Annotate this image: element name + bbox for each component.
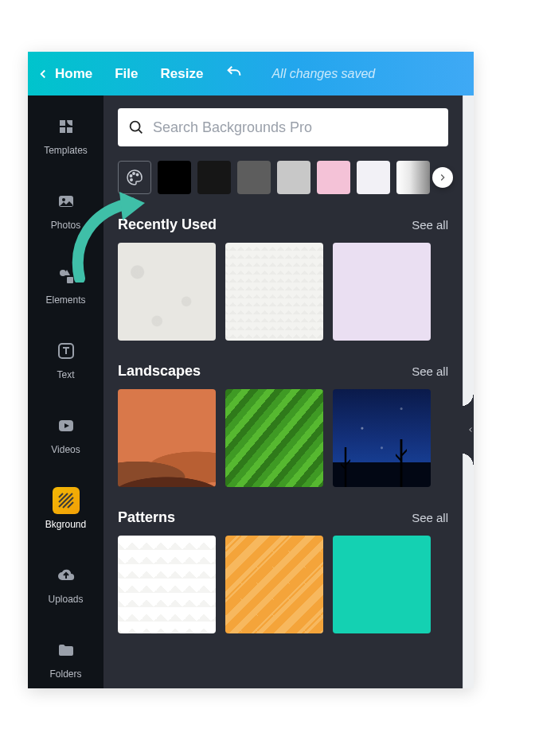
sidenav-label: Uploads bbox=[48, 594, 83, 605]
videos-icon bbox=[53, 412, 80, 439]
bg-thumb-orange-chevron[interactable] bbox=[225, 536, 323, 633]
bg-thumb-lavender-solid[interactable] bbox=[333, 243, 431, 341]
bg-thumb-paper-linen[interactable] bbox=[225, 243, 323, 341]
sidenav-label: Templates bbox=[44, 145, 88, 156]
section-landscapes: Landscapes See all bbox=[118, 363, 448, 487]
sidenav-item-elements[interactable]: Elements bbox=[38, 259, 94, 310]
bg-thumb-paper-crumpled[interactable] bbox=[118, 243, 216, 341]
text-icon bbox=[53, 337, 80, 364]
app-body: Templates Photos Elements Text bbox=[28, 95, 474, 688]
section-title: Recently Used bbox=[118, 216, 217, 233]
palette-icon bbox=[125, 168, 144, 187]
swatch-near-black[interactable] bbox=[197, 161, 231, 194]
side-nav: Templates Photos Elements Text bbox=[28, 95, 103, 688]
swatch-pink[interactable] bbox=[317, 161, 350, 194]
background-icon bbox=[53, 487, 80, 514]
svg-point-12 bbox=[131, 179, 132, 181]
resize-menu[interactable]: Resize bbox=[161, 66, 204, 82]
sidenav-item-videos[interactable]: Videos bbox=[38, 409, 94, 460]
panel-collapse-handle[interactable] bbox=[462, 406, 474, 454]
home-label: Home bbox=[55, 66, 92, 82]
undo-button[interactable] bbox=[225, 64, 243, 84]
bg-thumb-desert-dunes[interactable] bbox=[118, 389, 216, 487]
section-recently-used: Recently Used See all bbox=[118, 216, 448, 341]
search-input[interactable] bbox=[153, 119, 439, 136]
svg-point-7 bbox=[131, 122, 140, 131]
sidenav-label: Bkground bbox=[45, 519, 86, 530]
see-all-link[interactable]: See all bbox=[412, 511, 448, 524]
folders-icon bbox=[53, 637, 80, 664]
save-status: All changes saved bbox=[271, 67, 375, 81]
swatch-silver[interactable] bbox=[277, 161, 310, 194]
swatch-offwhite[interactable] bbox=[357, 161, 390, 194]
bg-thumb-green-hills[interactable] bbox=[225, 389, 323, 487]
home-button[interactable]: Home bbox=[36, 66, 92, 82]
backgrounds-panel: Recently Used See all Landscapes See all bbox=[103, 95, 463, 688]
sidenav-item-photos[interactable]: Photos bbox=[38, 185, 94, 236]
bg-thumb-white-diamond[interactable] bbox=[118, 536, 216, 633]
sidenav-item-bkground[interactable]: Bkground bbox=[38, 484, 94, 535]
sidenav-label: Text bbox=[57, 369, 74, 380]
swatch-gray[interactable] bbox=[237, 161, 271, 194]
sidenav-label: Photos bbox=[51, 220, 80, 231]
section-title: Patterns bbox=[118, 509, 175, 526]
see-all-link[interactable]: See all bbox=[412, 218, 448, 232]
sidenav-label: Folders bbox=[49, 668, 81, 680]
swatch-scroll-right[interactable] bbox=[432, 167, 453, 188]
svg-line-8 bbox=[139, 130, 142, 133]
svg-point-9 bbox=[130, 175, 131, 177]
sidenav-item-uploads[interactable]: Uploads bbox=[38, 559, 94, 610]
sidenav-label: Videos bbox=[51, 444, 80, 455]
app-window: Home File Resize All changes saved Templ… bbox=[28, 52, 474, 688]
color-palette-button[interactable] bbox=[118, 161, 151, 194]
photos-icon bbox=[53, 188, 80, 215]
svg-point-1 bbox=[62, 198, 65, 201]
elements-icon bbox=[53, 263, 80, 290]
svg-point-10 bbox=[133, 173, 135, 174]
see-all-link[interactable]: See all bbox=[412, 364, 448, 378]
swatch-gradient[interactable] bbox=[396, 161, 430, 194]
chevron-left-icon bbox=[36, 67, 50, 81]
svg-rect-3 bbox=[67, 277, 73, 283]
sidenav-item-folders[interactable]: Folders bbox=[38, 633, 94, 684]
bg-thumb-teal-solid[interactable] bbox=[333, 536, 431, 633]
svg-point-11 bbox=[136, 173, 138, 175]
search-bar[interactable] bbox=[118, 108, 448, 146]
chevron-left-icon bbox=[467, 426, 474, 434]
bg-thumb-night-sky-cactus[interactable] bbox=[333, 389, 431, 487]
uploads-icon bbox=[53, 562, 80, 589]
top-bar: Home File Resize All changes saved bbox=[28, 52, 474, 95]
color-swatch-row bbox=[118, 161, 448, 194]
section-title: Landscapes bbox=[118, 363, 201, 380]
search-icon bbox=[127, 119, 145, 136]
file-menu[interactable]: File bbox=[115, 66, 138, 82]
sidenav-item-templates[interactable]: Templates bbox=[38, 110, 94, 161]
chevron-right-icon bbox=[437, 172, 448, 183]
section-patterns: Patterns See all bbox=[118, 509, 448, 633]
swatch-black[interactable] bbox=[158, 161, 191, 194]
sidenav-label: Elements bbox=[45, 294, 85, 306]
templates-icon bbox=[53, 113, 80, 140]
canvas-area[interactable] bbox=[463, 95, 474, 688]
sidenav-item-text[interactable]: Text bbox=[38, 334, 94, 385]
